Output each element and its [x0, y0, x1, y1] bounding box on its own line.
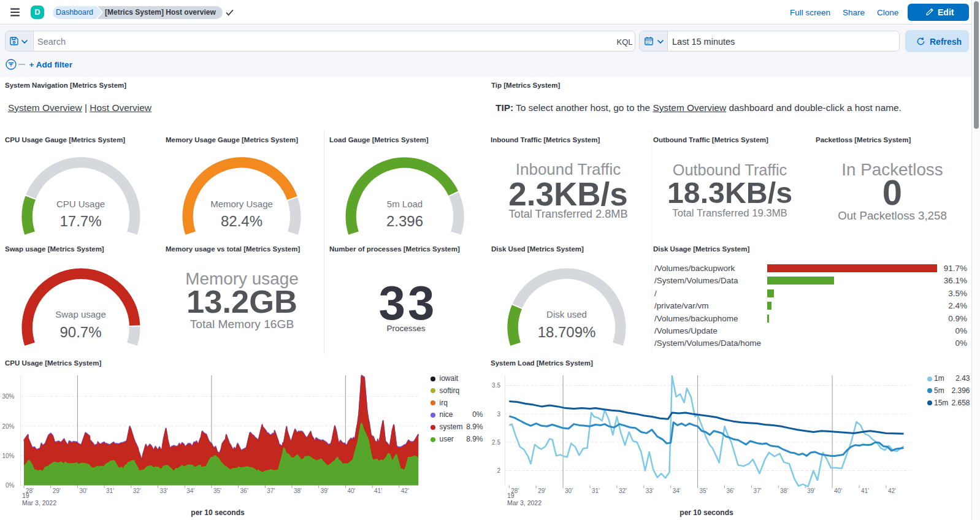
- svg-text:35': 35': [213, 488, 221, 494]
- svg-text:2.5: 2.5: [492, 439, 500, 446]
- svg-text:37': 37': [753, 488, 761, 494]
- svg-text:30': 30': [79, 488, 87, 494]
- svg-text:30': 30': [565, 488, 573, 494]
- svg-text:40': 40': [347, 488, 355, 494]
- svg-text:per 10 seconds: per 10 seconds: [191, 508, 245, 517]
- svg-text:19: 19: [22, 492, 29, 499]
- svg-text:per 10 seconds: per 10 seconds: [679, 508, 733, 517]
- svg-text:29': 29': [538, 488, 546, 494]
- svg-text:41': 41': [861, 488, 869, 494]
- svg-text:3.5: 3.5: [492, 382, 500, 389]
- svg-text:34': 34': [673, 488, 681, 494]
- svg-text:10%: 10%: [2, 453, 14, 459]
- svg-text:31': 31': [592, 488, 600, 494]
- svg-text:20%: 20%: [2, 423, 14, 430]
- svg-text:34': 34': [186, 488, 194, 494]
- svg-text:0%: 0%: [6, 482, 15, 489]
- svg-text:32': 32': [133, 488, 141, 494]
- svg-text:36': 36': [726, 488, 734, 494]
- svg-text:41': 41': [374, 488, 382, 494]
- svg-text:32': 32': [619, 488, 627, 494]
- svg-text:38': 38': [780, 488, 788, 494]
- svg-text:33': 33': [159, 488, 167, 494]
- svg-text:40': 40': [834, 488, 842, 494]
- svg-text:30%: 30%: [2, 393, 14, 400]
- svg-text:38': 38': [294, 488, 302, 494]
- svg-text:29': 29': [53, 488, 61, 494]
- svg-text:37': 37': [267, 488, 275, 494]
- svg-text:42': 42': [888, 488, 896, 494]
- svg-text:Mar 3, 2022: Mar 3, 2022: [507, 499, 542, 507]
- svg-text:42': 42': [401, 488, 409, 494]
- svg-text:2: 2: [497, 467, 500, 474]
- svg-text:Mar 3, 2022: Mar 3, 2022: [22, 499, 56, 507]
- svg-text:3: 3: [497, 411, 500, 418]
- svg-text:33': 33': [646, 488, 654, 494]
- svg-text:39': 39': [321, 488, 329, 494]
- svg-text:31': 31': [106, 488, 114, 494]
- svg-text:39': 39': [807, 488, 815, 494]
- svg-text:36': 36': [240, 488, 248, 494]
- svg-text:19: 19: [507, 492, 515, 499]
- svg-text:35': 35': [700, 488, 708, 494]
